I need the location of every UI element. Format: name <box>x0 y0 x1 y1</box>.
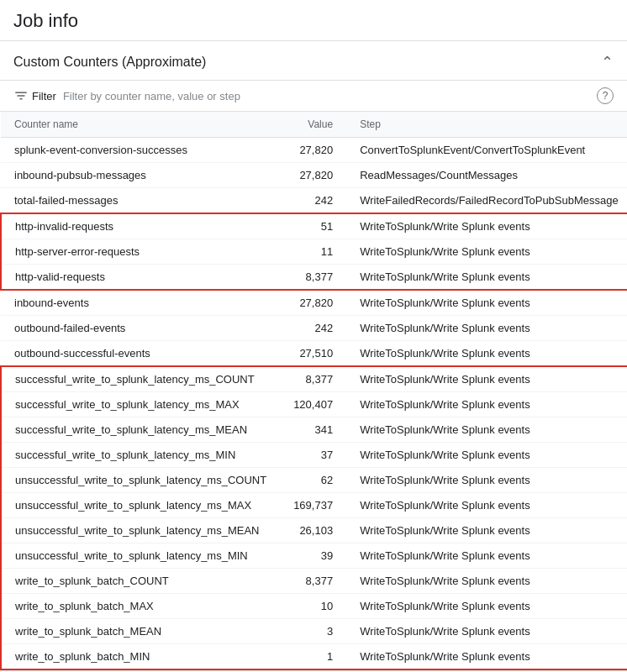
counter-value-cell: 27,820 <box>280 290 346 316</box>
counter-name-cell: successful_write_to_splunk_latency_ms_MA… <box>1 392 280 417</box>
table-row: unsuccessful_write_to_splunk_latency_ms_… <box>1 543 627 569</box>
counter-name-cell: http-server-error-requests <box>1 239 280 265</box>
counter-value-cell: 169,737 <box>280 493 346 518</box>
counter-step-cell: WriteToSplunk/Write Splunk events <box>346 493 627 518</box>
counter-value-cell: 120,407 <box>280 392 346 417</box>
page-title: Job info <box>13 10 78 31</box>
counter-value-cell: 27,510 <box>280 341 346 367</box>
table-row: successful_write_to_splunk_latency_ms_MI… <box>1 443 627 468</box>
counter-name-cell: http-invalid-requests <box>1 213 280 239</box>
table-row: inbound-pubsub-messages27,820ReadMessage… <box>1 163 627 188</box>
counter-value-cell: 62 <box>280 468 346 493</box>
counter-name-cell: total-failed-messages <box>1 188 280 214</box>
filter-icon <box>13 88 29 103</box>
counter-step-cell: WriteToSplunk/Write Splunk events <box>346 468 627 493</box>
table-row: unsuccessful_write_to_splunk_latency_ms_… <box>1 493 627 518</box>
counter-name-cell: write_to_splunk_batch_MIN <box>1 644 280 670</box>
counter-name-cell: successful_write_to_splunk_latency_ms_MI… <box>1 443 280 468</box>
counter-step-cell: WriteToSplunk/Write Splunk events <box>346 417 627 443</box>
table-row: write_to_splunk_batch_MEAN3WriteToSplunk… <box>1 619 627 644</box>
table-row: successful_write_to_splunk_latency_ms_CO… <box>1 366 627 392</box>
counter-step-cell: WriteToSplunk/Write Splunk events <box>346 518 627 543</box>
counter-name-cell: outbound-successful-events <box>1 341 280 367</box>
table-row: http-invalid-requests51WriteToSplunk/Wri… <box>1 213 627 239</box>
counter-name-cell: write_to_splunk_batch_COUNT <box>1 569 280 594</box>
filter-input[interactable]: Filter by counter name, value or step <box>63 90 240 102</box>
filter-icon-wrap: Filter <box>13 88 56 103</box>
counter-name-cell: unsuccessful_write_to_splunk_latency_ms_… <box>1 468 280 493</box>
counter-value-cell: 8,377 <box>280 569 346 594</box>
counter-value-cell: 242 <box>280 188 346 214</box>
counter-value-cell: 8,377 <box>280 366 346 392</box>
table-row: outbound-successful-events27,510WriteToS… <box>1 341 627 367</box>
counter-value-cell: 37 <box>280 443 346 468</box>
table-row: splunk-event-conversion-successes27,820C… <box>1 138 627 163</box>
filter-bar: Filter Filter by counter name, value or … <box>0 81 627 112</box>
counter-name-cell: successful_write_to_splunk_latency_ms_CO… <box>1 366 280 392</box>
table-row: unsuccessful_write_to_splunk_latency_ms_… <box>1 518 627 543</box>
counter-step-cell: WriteToSplunk/Write Splunk events <box>346 644 627 670</box>
table-row: write_to_splunk_batch_MIN1WriteToSplunk/… <box>1 644 627 670</box>
counter-name-cell: inbound-pubsub-messages <box>1 163 280 188</box>
col-header-step: Step <box>346 112 627 138</box>
counter-step-cell: WriteToSplunk/Write Splunk events <box>346 366 627 392</box>
counter-value-cell: 39 <box>280 543 346 569</box>
counter-value-cell: 242 <box>280 316 346 341</box>
counter-value-cell: 10 <box>280 594 346 619</box>
counter-value-cell: 51 <box>280 213 346 239</box>
counter-step-cell: WriteToSplunk/Write Splunk events <box>346 316 627 341</box>
counter-step-cell: WriteToSplunk/Write Splunk events <box>346 213 627 239</box>
counter-name-cell: write_to_splunk_batch_MEAN <box>1 619 280 644</box>
counter-step-cell: WriteToSplunk/Write Splunk events <box>346 239 627 265</box>
table-row: write_to_splunk_batch_COUNT8,377WriteToS… <box>1 569 627 594</box>
counter-value-cell: 27,820 <box>280 163 346 188</box>
counter-value-cell: 1 <box>280 644 346 670</box>
counter-name-cell: write_to_splunk_batch_MAX <box>1 594 280 619</box>
table-row: successful_write_to_splunk_latency_ms_MA… <box>1 392 627 417</box>
counter-name-cell: inbound-events <box>1 290 280 316</box>
counter-value-cell: 341 <box>280 417 346 443</box>
counter-step-cell: WriteToSplunk/Write Splunk events <box>346 443 627 468</box>
counter-step-cell: ReadMessages/CountMessages <box>346 163 627 188</box>
counter-step-cell: WriteToSplunk/Write Splunk events <box>346 619 627 644</box>
counter-step-cell: WriteToSplunk/Write Splunk events <box>346 290 627 316</box>
table-row: unsuccessful_write_to_splunk_latency_ms_… <box>1 468 627 493</box>
counter-step-cell: WriteToSplunk/Write Splunk events <box>346 594 627 619</box>
counter-name-cell: successful_write_to_splunk_latency_ms_ME… <box>1 417 280 443</box>
counter-value-cell: 27,820 <box>280 138 346 163</box>
table-row: total-failed-messages242WriteFailedRecor… <box>1 188 627 214</box>
table-row: outbound-failed-events242WriteToSplunk/W… <box>1 316 627 341</box>
page-header: Job info <box>0 0 627 41</box>
col-header-value: Value <box>280 112 346 138</box>
table-row: inbound-events27,820WriteToSplunk/Write … <box>1 290 627 316</box>
counter-step-cell: ConvertToSplunkEvent/ConvertToSplunkEven… <box>346 138 627 163</box>
counter-step-cell: WriteToSplunk/Write Splunk events <box>346 543 627 569</box>
col-header-name: Counter name <box>1 112 280 138</box>
counter-name-cell: unsuccessful_write_to_splunk_latency_ms_… <box>1 543 280 569</box>
counter-step-cell: WriteToSplunk/Write Splunk events <box>346 392 627 417</box>
section-title: Custom Counters (Approximate) <box>13 55 206 70</box>
counter-step-cell: WriteToSplunk/Write Splunk events <box>346 341 627 367</box>
counter-name-cell: splunk-event-conversion-successes <box>1 138 280 163</box>
counter-value-cell: 26,103 <box>280 518 346 543</box>
counter-value-cell: 8,377 <box>280 265 346 291</box>
counter-step-cell: WriteFailedRecords/FailedRecordToPubSubM… <box>346 188 627 214</box>
counter-value-cell: 11 <box>280 239 346 265</box>
counter-step-cell: WriteToSplunk/Write Splunk events <box>346 569 627 594</box>
table-row: http-valid-requests8,377WriteToSplunk/Wr… <box>1 265 627 291</box>
table-row: write_to_splunk_batch_MAX10WriteToSplunk… <box>1 594 627 619</box>
table-header-row: Counter name Value Step <box>1 112 627 138</box>
counter-step-cell: WriteToSplunk/Write Splunk events <box>346 265 627 291</box>
counter-name-cell: unsuccessful_write_to_splunk_latency_ms_… <box>1 518 280 543</box>
counter-name-cell: unsuccessful_write_to_splunk_latency_ms_… <box>1 493 280 518</box>
section-header: Custom Counters (Approximate) ⌃ <box>0 41 627 81</box>
help-icon[interactable]: ? <box>597 87 614 104</box>
collapse-icon[interactable]: ⌃ <box>601 53 614 71</box>
counter-name-cell: http-valid-requests <box>1 265 280 291</box>
counters-table: Counter name Value Step splunk-event-con… <box>0 112 627 670</box>
counter-name-cell: outbound-failed-events <box>1 316 280 341</box>
table-row: successful_write_to_splunk_latency_ms_ME… <box>1 417 627 443</box>
counter-value-cell: 3 <box>280 619 346 644</box>
filter-label: Filter <box>32 90 56 102</box>
table-row: http-server-error-requests11WriteToSplun… <box>1 239 627 265</box>
